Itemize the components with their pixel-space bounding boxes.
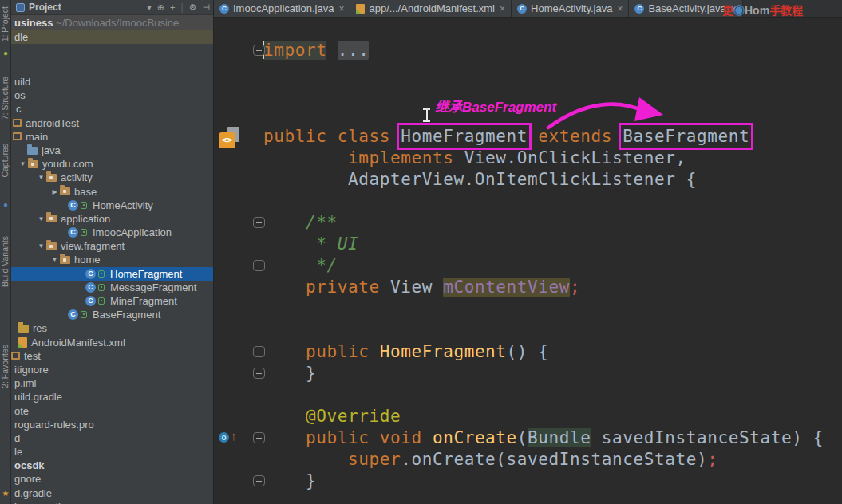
code-line-0[interactable]: import ... — [263, 40, 824, 61]
tree-item-d[interactable]: d — [11, 431, 213, 445]
tree-item-c[interactable]: c — [11, 102, 213, 116]
tree-item-label: ocsdk — [14, 459, 45, 472]
panel-header-icon-[interactable]: ▾ — [147, 2, 152, 12]
code-token: onCreate — [433, 428, 517, 447]
code-line-7[interactable] — [263, 191, 824, 212]
tree-item-label: main — [26, 130, 48, 144]
fold-marker-icon[interactable] — [253, 217, 265, 228]
code-line-16[interactable] — [263, 384, 824, 406]
project-tool-icon — [16, 3, 25, 12]
tool-window-button-1-project[interactable]: 1: Project — [0, 6, 11, 41]
visibility-key-icon — [81, 311, 87, 318]
project-root-path: ~/Downloads/ImoocBusine — [53, 17, 179, 29]
tree-item-gnore[interactable]: gnore — [11, 472, 213, 486]
expand-arrow-icon[interactable]: ▼ — [36, 212, 46, 226]
tree-item-ocsdk[interactable]: ocsdk — [11, 459, 213, 472]
tree-item-d-gradle[interactable]: d.gradle — [11, 486, 213, 500]
tree-item-androidtest[interactable]: androidTest — [11, 116, 213, 130]
tree-item-le-properties[interactable]: le.properties — [11, 500, 213, 504]
class-icon: C — [85, 296, 106, 306]
code-line-11[interactable]: private View mContentView; — [263, 277, 824, 298]
tree-item-itignore[interactable]: itignore — [11, 363, 213, 376]
android-icon[interactable]: ● — [1, 49, 10, 57]
code-line-6[interactable]: AdapterView.OnItemClickListener { — [263, 169, 824, 191]
tree-item-label: c — [16, 102, 22, 116]
code-line-5[interactable]: implements View.OnClickListener, — [263, 148, 824, 169]
tree-item-homeactivity[interactable]: CHomeActivity — [11, 199, 213, 212]
code-line-19[interactable]: super.onCreate(savedInstanceState); — [263, 449, 824, 471]
tree-item-res[interactable]: res — [11, 321, 213, 335]
tree-item-uild[interactable]: uild — [11, 75, 213, 89]
panel-header-icon-[interactable]: ⚙ — [189, 2, 197, 12]
fold-marker-icon[interactable] — [253, 475, 265, 486]
tree-item-home[interactable]: ▼home — [11, 253, 213, 266]
code-token: public — [306, 342, 380, 361]
code-line-1[interactable] — [263, 61, 824, 83]
tree-item-homefragment[interactable]: CHomeFragment — [11, 267, 213, 281]
expand-arrow-icon[interactable]: ▼ — [36, 171, 46, 184]
expand-arrow-icon[interactable]: ▼ — [18, 157, 28, 171]
tree-item-view-fragment[interactable]: ▼view.fragment — [11, 239, 213, 253]
tree-item-label: le — [14, 445, 22, 459]
fold-marker-icon[interactable] — [253, 368, 265, 379]
panel-header-icon-[interactable]: + — [170, 2, 175, 12]
tab-close-icon[interactable]: × — [338, 3, 344, 14]
visibility-key-icon — [81, 229, 87, 236]
tree-item-minefragment[interactable]: CMineFragment — [11, 294, 213, 308]
favorites-star-icon[interactable]: ★ — [1, 490, 10, 498]
tree-item-activity[interactable]: ▼activity — [11, 171, 213, 184]
code-line-20[interactable]: } — [263, 471, 824, 492]
tree-item-basefragment[interactable]: CBaseFragment — [11, 308, 213, 321]
fold-marker-icon[interactable] — [253, 432, 265, 443]
fold-marker-icon[interactable] — [253, 260, 265, 271]
tool-window-button-captures[interactable]: Captures — [0, 144, 11, 178]
code-line-10[interactable]: */ — [263, 255, 824, 277]
tree-item-roguard-rules-pro[interactable]: roguard-rules.pro — [11, 418, 213, 431]
tree-item-os[interactable]: os — [11, 89, 213, 102]
tool-window-button-2-favorites[interactable]: 2: Favorites — [0, 345, 11, 388]
code-line-12[interactable] — [263, 298, 824, 320]
panel-header-icon-[interactable]: ⊣ — [202, 2, 210, 12]
expand-arrow-icon[interactable]: ▼ — [36, 239, 46, 253]
tree-item-gradle-partial[interactable]: dle — [11, 30, 213, 44]
folder-o-icon — [13, 132, 22, 140]
project-root-row[interactable]: usiness ~/Downloads/ImoocBusine — [11, 15, 213, 30]
override-method-gutter-icon[interactable]: o ↑ — [219, 431, 243, 444]
tree-item-java[interactable]: java — [11, 144, 213, 157]
tree-item-label: res — [33, 321, 47, 335]
tree-item-messagefragment[interactable]: CMessageFragment — [11, 281, 213, 294]
tree-item-androidmanifest-xml[interactable]: AndroidManifest.xml — [11, 336, 213, 349]
tree-item-test[interactable]: test — [11, 349, 213, 363]
code-line-18[interactable]: public void onCreate(Bundle savedInstanc… — [263, 427, 824, 449]
captures-icon[interactable]: ● — [1, 201, 10, 209]
code-line-14[interactable]: public HomeFragment() { — [263, 341, 824, 363]
code-line-13[interactable] — [263, 320, 824, 341]
tool-window-button-build-variants[interactable]: Build Variants — [0, 236, 11, 287]
tab-close-icon[interactable]: × — [500, 3, 505, 14]
tree-item-imoocapplication[interactable]: CImoocApplication — [11, 226, 213, 239]
code-line-17[interactable]: @Override — [263, 406, 824, 427]
collapse-arrow-icon[interactable]: ▶ — [49, 185, 60, 199]
tree-item-uild-gradle[interactable]: uild.gradle — [11, 390, 213, 404]
tree-item-base[interactable]: ▶base — [11, 185, 213, 199]
fold-marker-icon[interactable] — [253, 45, 265, 56]
tree-item-le[interactable]: le — [11, 445, 213, 459]
expand-arrow-icon[interactable]: ▼ — [49, 253, 60, 266]
tree-item-p-iml[interactable]: p.iml — [11, 376, 213, 390]
tree-item-youdu-com[interactable]: ▼youdu.com — [11, 157, 213, 171]
tree-item-ote[interactable]: ote — [11, 404, 213, 418]
tab-homeactivity-java[interactable]: CHomeActivity.java× — [512, 0, 629, 17]
tool-window-button-7-structure[interactable]: 7: Structure — [0, 77, 11, 120]
tab-app-androidmanifest-xml[interactable]: app/.../AndroidManifest.xml× — [350, 0, 512, 17]
code-line-9[interactable]: * UI — [263, 234, 824, 255]
panel-header-icon-[interactable]: ⊕ — [157, 2, 164, 12]
tree-item-label: activity — [61, 171, 93, 184]
class-file-gutter-icon[interactable]: <> — [219, 127, 241, 148]
code-line-15[interactable]: } — [263, 363, 824, 384]
fold-marker-icon[interactable] — [253, 346, 265, 357]
tree-item-main[interactable]: main — [11, 130, 213, 144]
tree-item-application[interactable]: ▼application — [11, 212, 213, 226]
tab-imoocapplication-java[interactable]: CImoocApplication.java× — [214, 0, 350, 17]
tab-close-icon[interactable]: × — [617, 3, 623, 14]
code-line-8[interactable]: /** — [263, 212, 824, 234]
